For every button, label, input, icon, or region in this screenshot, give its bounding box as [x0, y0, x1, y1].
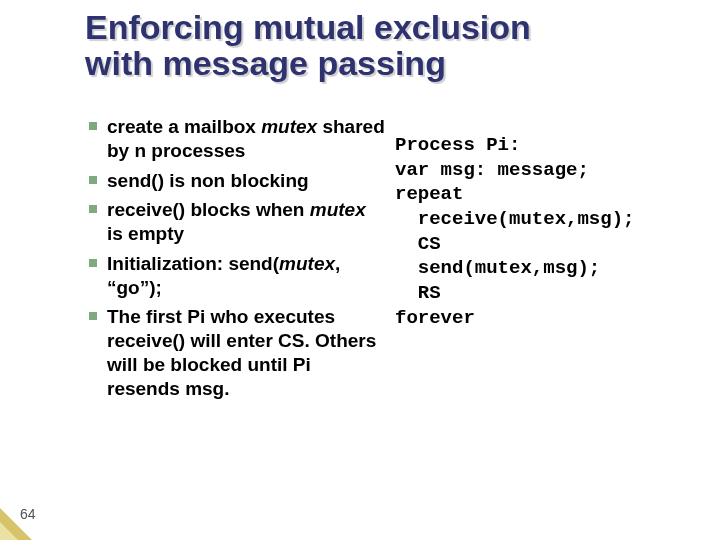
bullet-text: create a mailbox	[107, 116, 261, 137]
bullet-icon	[89, 176, 97, 184]
corner-decoration-inner	[0, 522, 18, 540]
slide-body: create a mailbox mutex shared by n proce…	[85, 115, 665, 406]
list-item: create a mailbox mutex shared by n proce…	[85, 115, 385, 163]
slide-title: Enforcing mutual exclusion with message …	[85, 10, 665, 81]
bullet-icon	[89, 312, 97, 320]
bullet-icon	[89, 259, 97, 267]
left-column: create a mailbox mutex shared by n proce…	[85, 115, 385, 406]
slide: Enforcing mutual exclusion with message …	[0, 0, 720, 540]
bullet-em: mutex	[261, 116, 317, 137]
bullet-text: Initialization: send(	[107, 253, 279, 274]
list-item: Initialization: send(mutex, “go”);	[85, 252, 385, 300]
list-item: receive() blocks when mutex is empty	[85, 198, 385, 246]
bullet-text: The first Pi who executes receive() will…	[107, 306, 376, 398]
right-column: Process Pi: var msg: message; repeat rec…	[385, 115, 665, 406]
bullet-text: is empty	[107, 223, 184, 244]
title-line-1: Enforcing mutual exclusion	[85, 8, 531, 46]
code-block: Process Pi: var msg: message; repeat rec…	[395, 133, 665, 331]
bullet-em: mutex	[279, 253, 335, 274]
bullet-text: send() is non blocking	[107, 170, 309, 191]
bullet-em: mutex	[310, 199, 366, 220]
title-line-2: with message passing	[85, 44, 446, 82]
bullet-text: receive() blocks when	[107, 199, 310, 220]
bullet-list: create a mailbox mutex shared by n proce…	[85, 115, 385, 400]
bullet-icon	[89, 205, 97, 213]
bullet-icon	[89, 122, 97, 130]
list-item: send() is non blocking	[85, 169, 385, 193]
list-item: The first Pi who executes receive() will…	[85, 305, 385, 400]
